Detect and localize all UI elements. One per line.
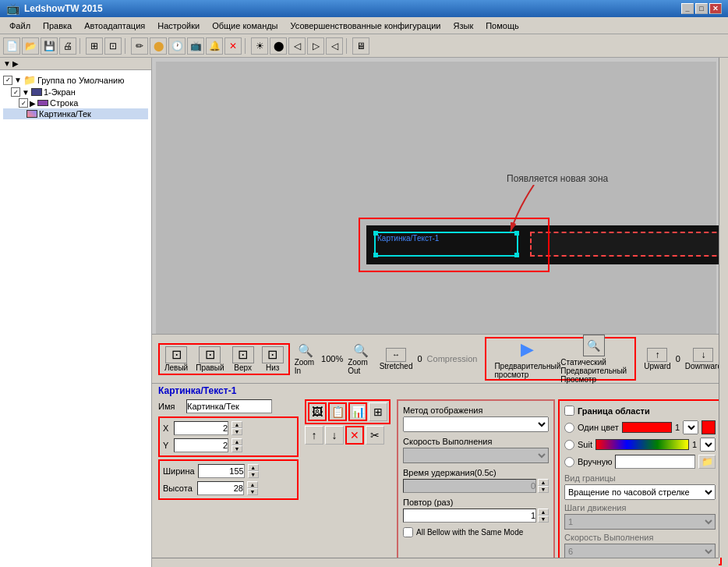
menu-settings[interactable]: Настройки xyxy=(151,19,206,32)
image-icon xyxy=(27,110,37,118)
group-checkbox[interactable] xyxy=(3,76,12,85)
open-button[interactable]: 📂 xyxy=(22,37,39,55)
static-preview-btn[interactable]: 🔍 Статический Предварительный Просмотр xyxy=(560,335,627,384)
tb-btn-alarm[interactable]: 🔔 xyxy=(206,37,223,55)
tree-expand-btn[interactable]: ▶ xyxy=(12,59,19,68)
menu-edit[interactable]: Правка xyxy=(37,19,78,32)
hold-time-input[interactable] xyxy=(403,479,536,493)
display-method-label: Метод отображения xyxy=(403,406,549,415)
row-checkbox[interactable] xyxy=(19,98,28,108)
tb-btn-arrow1[interactable]: ◁ xyxy=(288,37,306,55)
y-input[interactable] xyxy=(174,438,228,452)
tb-btn-monitor[interactable]: 🖥 xyxy=(352,37,369,55)
height-input[interactable] xyxy=(197,481,244,495)
manual-label: Вручную xyxy=(578,457,612,466)
y-down-btn[interactable]: ▼ xyxy=(231,445,242,452)
suit-row: Suit 1 xyxy=(564,438,716,452)
zoom-out-btn[interactable]: 🔍 Zoom Out xyxy=(348,343,374,375)
x-up-btn[interactable]: ▲ xyxy=(231,421,242,428)
menu-advanced[interactable]: Усовершенствованные конфигурации xyxy=(284,19,447,32)
preview-btn[interactable]: ▶ Предварительный просмотр xyxy=(494,338,560,379)
menu-language[interactable]: Язык xyxy=(447,19,479,32)
x-input[interactable] xyxy=(174,421,228,435)
width-down-btn[interactable]: ▼ xyxy=(248,471,259,478)
tree-collapse-btn[interactable]: ▼ xyxy=(3,59,11,68)
nav-left-btn[interactable]: ⊡ Левый xyxy=(161,346,191,372)
save-button[interactable]: 💾 xyxy=(41,37,58,55)
tb-btn-circle[interactable]: ⬤ xyxy=(270,37,287,55)
repeat-down-btn[interactable]: ▼ xyxy=(538,516,549,523)
tb-btn-grid[interactable]: ⊞ xyxy=(86,37,103,55)
btn-6-delete[interactable]: 📊 xyxy=(348,402,367,421)
zoom-in-btn[interactable]: 🔍 Zoom In xyxy=(295,343,316,375)
menu-file[interactable]: Файл xyxy=(3,19,37,32)
nav-down-btn[interactable]: ⊡ Низ xyxy=(259,346,287,372)
nav-up-btn[interactable]: ⊡ Верх xyxy=(229,346,257,372)
tb-btn-arrow2[interactable]: ▷ xyxy=(307,37,324,55)
tb-btn-cursor[interactable]: ✏ xyxy=(131,37,148,55)
hold-time-input-row: ▲ ▼ xyxy=(403,479,549,493)
repeat-input-row: ▲ ▼ xyxy=(403,509,549,523)
zoom-in-label: Zoom In xyxy=(295,358,316,375)
width-input[interactable] xyxy=(198,464,245,478)
height-down-btn[interactable]: ▼ xyxy=(247,488,258,495)
hold-up-btn[interactable]: ▲ xyxy=(538,479,549,486)
tb-btn-clock[interactable]: 🕐 xyxy=(168,37,186,55)
tree-item-group[interactable]: ▼ 📁 Группа по Умолчанию xyxy=(3,73,148,87)
scrollbar-v[interactable] xyxy=(719,58,728,558)
maximize-button[interactable]: □ xyxy=(695,3,708,14)
steps-select[interactable]: 1 xyxy=(564,514,716,530)
btn-scissors[interactable]: ✂ xyxy=(366,426,384,445)
tb-btn-5[interactable]: ⊡ xyxy=(104,37,122,55)
width-up-btn[interactable]: ▲ xyxy=(248,464,259,471)
tree-item-image[interactable]: Картинка/Тек xyxy=(3,108,148,119)
repeat-input[interactable] xyxy=(403,509,536,523)
screen-checkbox[interactable] xyxy=(11,87,20,97)
name-input[interactable] xyxy=(186,399,272,413)
line-width-select-2[interactable] xyxy=(700,438,716,452)
color-swatch-1[interactable] xyxy=(701,420,716,434)
border-speed-select[interactable]: 6 xyxy=(564,544,716,559)
hold-down-btn[interactable]: ▼ xyxy=(538,486,549,493)
steps-row: Шаги движения 1 xyxy=(564,503,716,530)
suit-radio[interactable] xyxy=(564,440,574,450)
manual-radio[interactable] xyxy=(564,457,574,467)
tb-btn-sun[interactable]: ☀ xyxy=(251,37,268,55)
x-down-btn[interactable]: ▼ xyxy=(231,428,242,435)
scrollbar-h[interactable] xyxy=(152,558,719,567)
new-button[interactable]: 📄 xyxy=(3,37,20,55)
all-bellow-checkbox[interactable] xyxy=(403,527,413,537)
move-up-btn[interactable]: ↑ xyxy=(305,426,323,445)
speed-select[interactable] xyxy=(403,448,549,463)
menu-help[interactable]: Помощь xyxy=(479,19,525,32)
nav-right-btn[interactable]: ⊡ Правый xyxy=(193,346,227,372)
btn-4-add[interactable]: 🖼 xyxy=(308,402,327,421)
tree-item-screen[interactable]: ▼ 1-Экран xyxy=(3,87,148,97)
tb-btn-color[interactable]: ⬤ xyxy=(150,37,167,55)
manual-browse-btn[interactable]: 📁 xyxy=(698,455,716,469)
tb-btn-screen[interactable]: 📺 xyxy=(187,37,204,55)
tree-item-row[interactable]: ▶ Строка xyxy=(3,97,148,108)
move-down-btn[interactable]: ↓ xyxy=(325,426,344,445)
minimize-button[interactable]: _ xyxy=(681,3,694,14)
close-button[interactable]: ✕ xyxy=(709,3,722,14)
y-up-btn[interactable]: ▲ xyxy=(231,438,242,445)
line-width-select-1[interactable] xyxy=(683,420,698,434)
section-8-border: Граница области Один цвет 1 xyxy=(558,399,722,565)
border-type-select[interactable]: Вращение по часовой стрелке xyxy=(564,484,716,500)
display-method-select[interactable]: Статичный Скролл влево xyxy=(403,416,549,432)
menu-autoadapt[interactable]: Автоадаптация xyxy=(78,19,151,32)
repeat-up-btn[interactable]: ▲ xyxy=(538,509,549,516)
border-type-row: Вид границы Вращение по часовой стрелке xyxy=(564,473,716,500)
btn-grid[interactable]: ⊞ xyxy=(369,402,387,421)
menu-common[interactable]: Общие команды xyxy=(206,19,284,32)
btn-10-delete[interactable]: ✕ xyxy=(345,426,364,445)
tb-btn-arr3[interactable]: ◁ xyxy=(326,37,343,55)
btn-5-edit[interactable]: 📋 xyxy=(328,402,347,421)
tb-btn-cancel[interactable]: ✕ xyxy=(224,37,242,55)
print-button[interactable]: 🖨 xyxy=(59,37,76,55)
height-up-btn[interactable]: ▲ xyxy=(247,481,258,488)
upward-val: 0 xyxy=(676,354,680,363)
one-color-radio[interactable] xyxy=(564,423,574,433)
border-enable-checkbox[interactable] xyxy=(564,406,574,416)
